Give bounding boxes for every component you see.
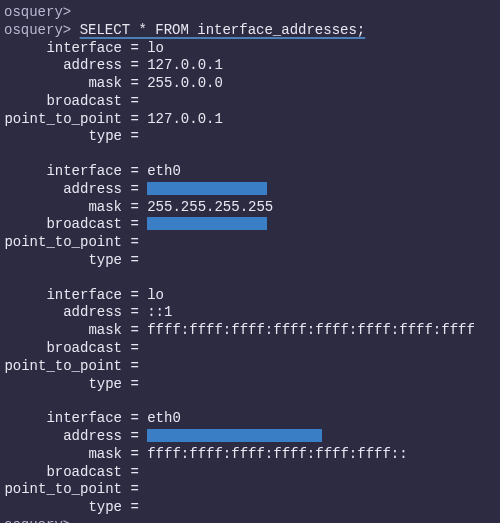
field-type: type [4,376,122,394]
field-broadcast: broadcast [4,93,122,111]
record-separator [4,270,496,287]
result-row: type = [4,252,496,270]
value-mask: 255.255.255.255 [147,199,273,215]
field-mask: mask [4,446,122,464]
value-interface: eth0 [147,410,181,426]
result-row: broadcast = [4,340,496,358]
field-address: address [4,181,122,199]
prompt-label: osquery> [4,517,71,523]
redacted-address [147,182,267,195]
field-point-to-point: point_to_point [4,358,122,376]
result-row: point_to_point = 127.0.0.1 [4,111,496,129]
field-type: type [4,128,122,146]
field-interface: interface [4,40,122,58]
result-row: address = ::1 [4,304,496,322]
redacted-broadcast [147,217,267,230]
result-row: address = 127.0.0.1 [4,57,496,75]
field-mask: mask [4,322,122,340]
prompt-line-query[interactable]: osquery> SELECT * FROM interface_address… [4,22,496,40]
result-row: point_to_point = [4,234,496,252]
result-row: broadcast = [4,93,496,111]
result-row: point_to_point = [4,481,496,499]
result-row: address = [4,428,496,446]
result-row: type = [4,499,496,517]
value-mask: ffff:ffff:ffff:ffff:ffff:ffff:: [147,446,407,462]
result-row: interface = eth0 [4,163,496,181]
record-separator [4,393,496,410]
redacted-address [147,429,322,442]
result-row: mask = 255.0.0.0 [4,75,496,93]
result-row: address = [4,181,496,199]
record-separator [4,146,496,163]
field-address: address [4,428,122,446]
value-address: ::1 [147,304,172,320]
field-interface: interface [4,163,122,181]
result-row: point_to_point = [4,358,496,376]
field-point-to-point: point_to_point [4,234,122,252]
result-row: type = [4,128,496,146]
result-row: type = [4,376,496,394]
field-interface: interface [4,410,122,428]
field-interface: interface [4,287,122,305]
result-row: interface = lo [4,287,496,305]
field-broadcast: broadcast [4,340,122,358]
field-broadcast: broadcast [4,464,122,482]
value-mask: 255.0.0.0 [147,75,223,91]
value-mask: ffff:ffff:ffff:ffff:ffff:ffff:ffff:ffff [147,322,475,338]
result-row: mask = ffff:ffff:ffff:ffff:ffff:ffff:: [4,446,496,464]
value-point-to-point: 127.0.0.1 [147,111,223,127]
result-row: mask = 255.255.255.255 [4,199,496,217]
result-row: broadcast = [4,216,496,234]
prompt-label: osquery> [4,22,71,38]
result-row: interface = lo [4,40,496,58]
field-type: type [4,252,122,270]
field-type: type [4,499,122,517]
value-interface: lo [147,40,164,56]
sql-query: SELECT * FROM interface_addresses; [80,22,366,38]
prompt-label: osquery> [4,4,71,20]
value-interface: eth0 [147,163,181,179]
field-mask: mask [4,199,122,217]
result-row: mask = ffff:ffff:ffff:ffff:ffff:ffff:fff… [4,322,496,340]
field-point-to-point: point_to_point [4,481,122,499]
prompt-line-end[interactable]: osquery> [4,517,496,523]
field-address: address [4,304,122,322]
result-row: interface = eth0 [4,410,496,428]
prompt-line-empty[interactable]: osquery> [4,4,496,22]
field-address: address [4,57,122,75]
value-interface: lo [147,287,164,303]
field-broadcast: broadcast [4,216,122,234]
field-mask: mask [4,75,122,93]
value-address: 127.0.0.1 [147,57,223,73]
field-point-to-point: point_to_point [4,111,122,129]
result-row: broadcast = [4,464,496,482]
